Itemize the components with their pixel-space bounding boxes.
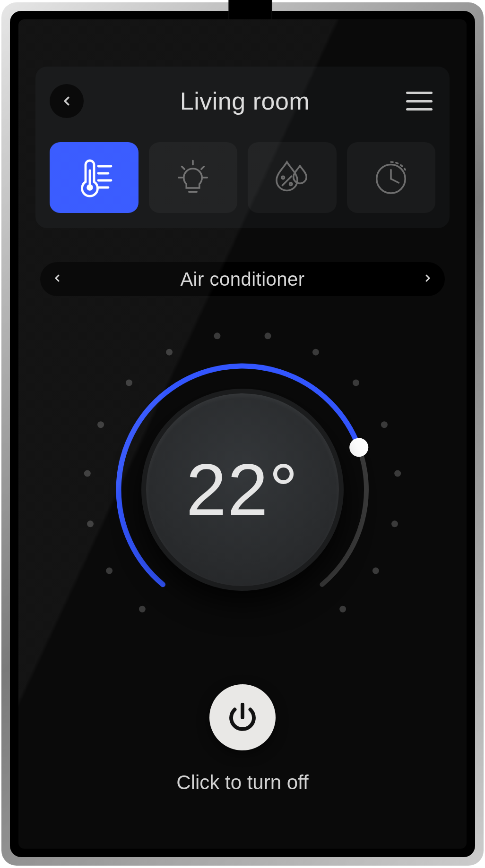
device-frame: Living room bbox=[1, 2, 484, 866]
power-icon bbox=[225, 700, 260, 734]
svg-point-21 bbox=[84, 470, 91, 477]
svg-point-25 bbox=[214, 332, 220, 339]
device-camera-notch bbox=[229, 0, 272, 22]
svg-point-19 bbox=[106, 568, 113, 574]
svg-point-32 bbox=[372, 568, 379, 574]
lightbulb-icon bbox=[172, 157, 214, 198]
clock-icon bbox=[370, 157, 412, 198]
room-header-card: Living room bbox=[35, 67, 450, 228]
svg-point-30 bbox=[394, 470, 401, 477]
chevron-left-icon bbox=[52, 272, 63, 284]
screen: Living room bbox=[18, 19, 467, 849]
power-button[interactable] bbox=[209, 684, 276, 750]
svg-point-33 bbox=[339, 606, 346, 613]
back-button[interactable] bbox=[50, 84, 84, 118]
room-title: Living room bbox=[180, 87, 310, 115]
svg-point-18 bbox=[139, 606, 146, 613]
dial-knob[interactable]: 22° bbox=[141, 389, 344, 591]
svg-point-31 bbox=[391, 520, 398, 527]
tab-humidity[interactable] bbox=[248, 142, 337, 213]
svg-point-29 bbox=[381, 421, 388, 428]
svg-line-10 bbox=[182, 167, 185, 170]
chevron-left-icon bbox=[60, 94, 74, 108]
menu-button[interactable] bbox=[406, 92, 433, 111]
svg-point-27 bbox=[312, 349, 319, 356]
svg-line-17 bbox=[391, 179, 399, 183]
thermometer-icon bbox=[71, 155, 117, 200]
category-tabs bbox=[50, 142, 435, 213]
temperature-dial[interactable]: 22° bbox=[72, 320, 413, 660]
svg-point-26 bbox=[265, 332, 271, 339]
tab-lighting[interactable] bbox=[149, 142, 238, 213]
svg-point-22 bbox=[97, 421, 104, 428]
hamburger-icon bbox=[406, 92, 433, 94]
device-selector: Air conditioner bbox=[40, 262, 445, 296]
tab-timer[interactable] bbox=[347, 142, 436, 213]
device-selector-label: Air conditioner bbox=[180, 269, 304, 290]
dial-handle[interactable] bbox=[349, 438, 368, 457]
svg-point-28 bbox=[353, 380, 359, 386]
svg-point-14 bbox=[289, 183, 292, 186]
svg-point-24 bbox=[166, 349, 173, 356]
svg-line-11 bbox=[201, 167, 204, 170]
device-next-button[interactable] bbox=[422, 272, 433, 286]
svg-point-23 bbox=[126, 380, 132, 386]
humidity-icon bbox=[271, 157, 313, 198]
svg-point-20 bbox=[87, 520, 94, 527]
power-label: Click to turn off bbox=[18, 771, 467, 794]
svg-point-13 bbox=[282, 176, 285, 179]
chevron-right-icon bbox=[422, 272, 433, 284]
device-prev-button[interactable] bbox=[52, 272, 63, 286]
tab-climate[interactable] bbox=[50, 142, 139, 213]
temperature-value: 22° bbox=[186, 448, 299, 532]
